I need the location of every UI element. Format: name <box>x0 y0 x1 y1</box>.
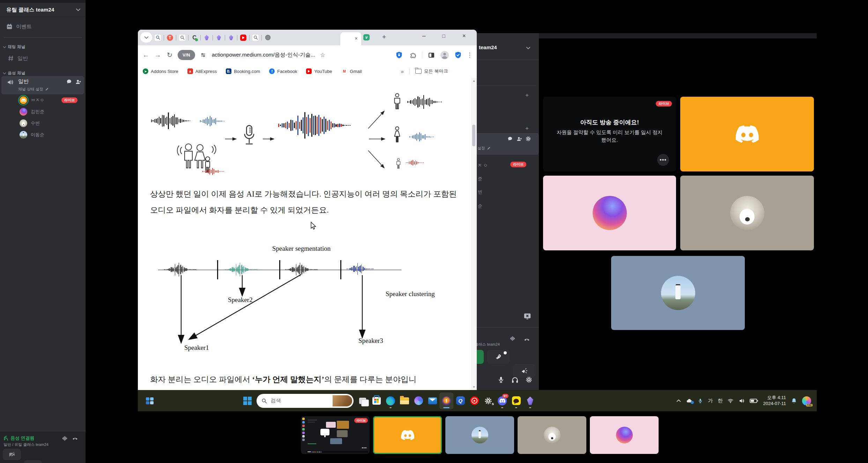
camera-button[interactable] <box>3 449 21 460</box>
vpn-badge[interactable]: V/N <box>178 50 195 60</box>
file-explorer-icon[interactable] <box>398 392 411 409</box>
side-panel-icon[interactable] <box>428 52 435 59</box>
chat-icon[interactable] <box>66 79 72 84</box>
bookmark-item[interactable]: ➤Addons Store <box>143 68 178 74</box>
kakaotalk-icon[interactable] <box>509 392 523 409</box>
crystal-app-icon[interactable] <box>523 392 537 409</box>
scroll-down-arrow[interactable]: ▼ <box>473 385 475 389</box>
browser-window[interactable]: T C × v + <box>138 30 477 390</box>
copilot-icon[interactable]: PRE <box>802 396 811 405</box>
task-view-button[interactable] <box>356 392 370 409</box>
stream-preview-paused-tile[interactable]: 라이브 아직도 방송 중이에요! 자원을 절약할 수 있도록 미리 보기를 일시… <box>543 97 676 171</box>
window-close[interactable]: × <box>462 33 466 39</box>
stop-streaming-icon[interactable] <box>524 313 531 320</box>
volume-icon[interactable] <box>739 398 745 404</box>
pinned-tab-globe[interactable] <box>265 35 271 41</box>
participant-tile-bear[interactable] <box>680 176 814 250</box>
bookmark-item[interactable]: B.Booking.com <box>226 68 260 74</box>
menu-kebab-icon[interactable]: ⋮ <box>467 51 473 59</box>
chat-icon[interactable] <box>507 136 513 141</box>
strip-tile-bear[interactable] <box>518 416 586 454</box>
bookmark-star-icon[interactable]: ☆ <box>320 51 325 59</box>
sidebar-item-events[interactable]: 이벤트 <box>3 21 82 32</box>
onedrive-icon[interactable] <box>686 398 693 404</box>
pinned-tab-search[interactable] <box>179 35 185 41</box>
scrollbar[interactable]: ▲ ▼ <box>471 78 477 390</box>
gear-icon[interactable] <box>525 136 531 142</box>
tray-mic-icon[interactable] <box>698 398 703 404</box>
screen-share-active-button[interactable] <box>477 350 484 364</box>
site-info-button[interactable] <box>198 50 208 60</box>
tray-expand-icon[interactable] <box>676 398 681 403</box>
extensions-puzzle-icon[interactable] <box>410 52 416 58</box>
person-add-icon[interactable] <box>75 79 81 85</box>
search-daily-image[interactable] <box>333 395 352 406</box>
channel-voice-general[interactable]: 일반 채널 상태 설정 <box>1 76 84 94</box>
scroll-thumb[interactable] <box>472 125 475 146</box>
person-add-icon[interactable] <box>517 136 522 142</box>
ime-korean[interactable]: 한 <box>718 398 722 404</box>
window-minimize[interactable]: – <box>422 32 425 39</box>
settings-gear-icon[interactable]: s <box>481 392 495 409</box>
bookmark-item[interactable]: YouTube <box>306 68 332 74</box>
screen-share-button[interactable] <box>24 460 42 463</box>
voice-member[interactable]: 이동순 <box>20 131 82 139</box>
pinned-tab-crystal[interactable] <box>203 35 210 41</box>
back-button[interactable]: ← <box>140 51 152 59</box>
disconnect-icon[interactable] <box>524 336 530 343</box>
add-channel-icon[interactable]: + <box>525 92 529 99</box>
strip-tile-discord-avatar[interactable] <box>373 416 442 454</box>
widgets-button[interactable] <box>143 392 157 409</box>
strip-tile-stream-preview[interactable]: 라이브 ••• <box>301 416 370 454</box>
new-tab-button[interactable]: + <box>382 33 386 41</box>
pinned-tab-crystal[interactable] <box>228 35 234 41</box>
battery-icon[interactable] <box>750 398 758 403</box>
extension-shield-lock-icon[interactable] <box>395 51 403 59</box>
active-tab[interactable]: × <box>340 32 361 45</box>
tile-options-dots[interactable]: ••• <box>362 446 367 450</box>
voice-member[interactable]: ㅂㅈㅇ 라이브 <box>20 96 82 104</box>
noise-suppression-icon[interactable] <box>510 336 515 341</box>
pinned-tab-t[interactable]: T <box>167 35 173 41</box>
url-text[interactable]: actionpower.medium.com/음성-인식-기술... <box>212 51 315 59</box>
all-bookmarks[interactable]: 모든 북마크 <box>415 68 448 74</box>
add-channel-icon[interactable]: + <box>525 125 529 132</box>
designer-icon[interactable] <box>411 392 425 409</box>
section-chat-channels[interactable]: 채팅 채널 <box>3 44 25 50</box>
pinned-tab-crystal[interactable] <box>216 35 222 41</box>
screen-share-stream[interactable]: team24 + + 설정 ㅈ ㅇ 라이브 준 빈 순 일반 / 유틸 클래스 … <box>138 30 817 411</box>
disconnect-icon[interactable] <box>72 435 78 442</box>
discord-app-icon[interactable]: 9+ <box>495 392 509 409</box>
settings-gear-icon[interactable] <box>525 376 533 383</box>
participant-tile-person[interactable] <box>611 256 745 330</box>
mail-icon[interactable] <box>425 392 439 409</box>
voice-location[interactable]: 일반 / 유틸 클래스 team24 <box>3 442 49 447</box>
notification-bell-icon[interactable] <box>791 398 797 404</box>
channel-status[interactable]: 채널 상태 설정 <box>18 87 49 92</box>
bookmark-item[interactable]: aAliExpress <box>187 68 217 74</box>
tab-search-button[interactable] <box>140 32 152 43</box>
pinned-tab-youtube[interactable] <box>240 35 246 41</box>
noise-suppression-icon[interactable] <box>62 435 68 441</box>
strip-tile-person[interactable] <box>445 416 514 454</box>
voice-member[interactable]: 수빈 <box>20 119 82 127</box>
pinned-tab-search[interactable] <box>252 35 259 41</box>
scroll-up-arrow[interactable]: ▲ <box>473 79 475 82</box>
bookmarks-overflow[interactable]: » <box>401 68 404 74</box>
safety-shield-check-icon[interactable] <box>454 51 462 59</box>
participant-tile-galaxy[interactable] <box>543 176 676 250</box>
edge-icon[interactable] <box>384 392 398 409</box>
pinned-tab-search[interactable] <box>155 35 161 41</box>
inner-voice-channel-row[interactable]: 설정 <box>477 133 539 155</box>
active-app-browser[interactable] <box>439 392 453 409</box>
forward-button[interactable]: → <box>152 51 164 59</box>
start-button[interactable] <box>240 392 254 409</box>
q-app-icon[interactable]: Q <box>453 392 467 409</box>
ms-store-icon[interactable] <box>370 392 384 409</box>
bookmark-item[interactable]: fFacebook <box>269 68 297 74</box>
window-maximize[interactable]: □ <box>442 33 445 39</box>
tab-close-icon[interactable]: × <box>355 35 358 41</box>
reload-button[interactable]: ↻ <box>164 51 176 59</box>
mic-icon[interactable] <box>497 376 505 383</box>
server-header[interactable]: 유틸 클래스 team24 <box>0 3 86 17</box>
